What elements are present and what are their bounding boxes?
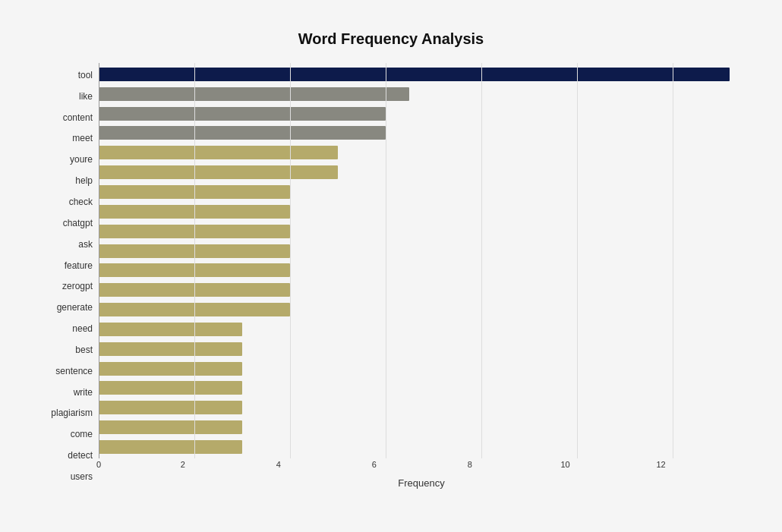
x-tick: 12: [650, 460, 673, 469]
bar-row: [99, 222, 744, 241]
y-label: meet: [72, 134, 93, 143]
bar-row: [99, 65, 744, 84]
bar-row: [99, 339, 744, 359]
bar-row: [99, 398, 744, 417]
bar: [99, 420, 242, 434]
y-label: zerogpt: [62, 282, 93, 291]
chart-container: Word Frequency Analysis toollikecontentm…: [15, 15, 767, 532]
bar-row: [99, 202, 744, 222]
x-axis-label: Frequency: [99, 477, 744, 489]
bar: [99, 244, 290, 258]
y-label: content: [63, 113, 93, 122]
y-label: like: [79, 92, 93, 101]
y-label: help: [75, 176, 93, 185]
x-axis: 024681012 Frequency: [99, 458, 744, 489]
x-tick: 10: [554, 460, 577, 469]
plot-area: 024681012 Frequency: [99, 63, 744, 489]
bar: [99, 126, 386, 140]
bar: [99, 440, 242, 454]
bar-row: [99, 182, 744, 202]
bar-row: [99, 84, 744, 104]
y-label: best: [75, 345, 93, 354]
bar-row: [99, 104, 744, 124]
y-label: need: [72, 324, 93, 333]
bar-row: [99, 437, 744, 457]
bar-row: [99, 260, 744, 280]
y-label: sentence: [55, 367, 93, 376]
y-label: feature: [65, 261, 93, 270]
bar: [99, 362, 242, 376]
y-label: generate: [57, 303, 93, 312]
bar-row: [99, 320, 744, 339]
y-label: check: [69, 197, 93, 206]
bar-row: [99, 379, 744, 398]
y-axis: toollikecontentmeetyourehelpcheckchatgpt…: [38, 63, 99, 489]
bar-row: [99, 162, 744, 182]
y-label: write: [74, 388, 93, 397]
bar: [99, 225, 290, 238]
bar: [99, 381, 242, 395]
y-label: youre: [70, 155, 93, 164]
bar: [99, 303, 290, 316]
bar: [99, 342, 242, 356]
bar-row: [99, 300, 744, 320]
x-tick: 8: [459, 460, 481, 469]
bar: [99, 146, 338, 159]
bar: [99, 107, 386, 121]
bar: [99, 263, 290, 277]
bar-row: [99, 359, 744, 379]
x-tick: 2: [172, 460, 194, 469]
bar: [99, 205, 290, 219]
y-label: ask: [78, 240, 93, 249]
bar-row: [99, 417, 744, 437]
y-label: plagiarism: [51, 408, 93, 417]
bar-row: [99, 143, 744, 162]
bar: [99, 185, 290, 199]
bar: [99, 165, 338, 179]
bar: [99, 87, 409, 101]
bars-container: [99, 63, 744, 458]
y-label: come: [71, 430, 93, 439]
bar: [99, 401, 242, 414]
y-label: users: [71, 472, 93, 481]
x-tick: 0: [87, 460, 110, 469]
y-label: chatgpt: [63, 219, 93, 228]
y-label: tool: [78, 71, 93, 80]
bar-row: [99, 124, 744, 143]
x-tick: 4: [267, 460, 290, 469]
bar-row: [99, 241, 744, 261]
y-label: detect: [68, 451, 93, 460]
bar-row: [99, 280, 744, 300]
x-tick: 6: [363, 460, 386, 469]
bar: [99, 68, 730, 81]
bar: [99, 283, 290, 297]
bar: [99, 323, 242, 336]
chart-title: Word Frequency Analysis: [38, 30, 744, 48]
